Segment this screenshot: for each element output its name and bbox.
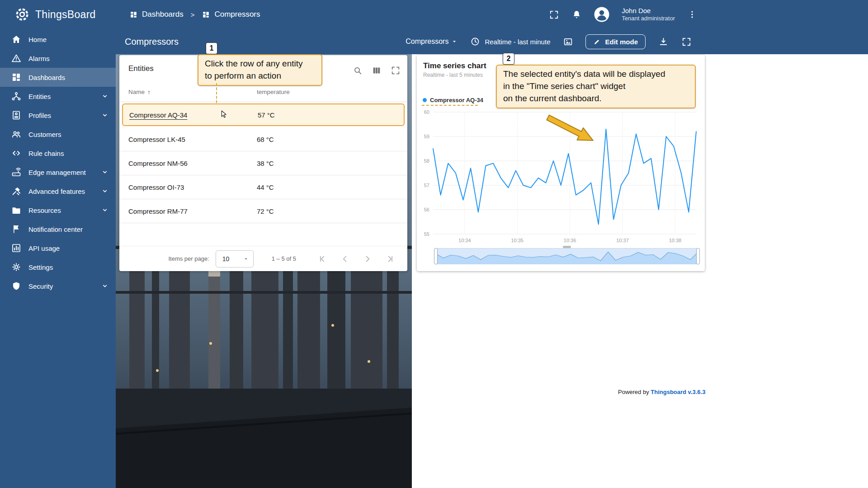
fullscreen-icon — [548, 9, 559, 20]
range-handle-left[interactable] — [434, 248, 438, 264]
column-header-temperature[interactable]: temperature — [257, 89, 398, 95]
svg-text:10:34: 10:34 — [458, 238, 471, 243]
header-actions: John Doe Tenant administrator — [548, 0, 698, 29]
svg-text:10:36: 10:36 — [564, 238, 576, 243]
sidebar-item-label: Customers — [28, 131, 109, 138]
powered-by-text: Powered by — [618, 389, 649, 395]
timewindow-selector[interactable]: Realtime - last minute — [470, 36, 550, 47]
thingsboard-version-link[interactable]: Thingsboard v.3.6.3 — [651, 389, 705, 395]
sidebar-item-label: Advanced features — [28, 188, 94, 195]
home-icon — [11, 34, 22, 45]
entities-expand-button[interactable] — [390, 65, 401, 76]
sidebar-item-label: Edge management — [28, 169, 94, 176]
sidebar-item-rule-chains[interactable]: Rule chains — [0, 144, 116, 163]
sort-asc-icon: ↑ — [147, 89, 151, 96]
entities-columns-button[interactable] — [371, 65, 382, 76]
dashboard-state-selector[interactable]: Compressors — [406, 38, 458, 46]
sidebar-item-customers[interactable]: Customers — [0, 125, 116, 144]
svg-text:10:38: 10:38 — [669, 238, 682, 243]
temperature-cell: 72 °C — [257, 207, 398, 215]
sidebar-item-resources[interactable]: Resources — [0, 201, 116, 220]
breadcrumb-separator: > — [191, 11, 195, 19]
entities-widget-actions — [352, 65, 401, 76]
callout-line: The selected entity's data will be displ… — [503, 68, 689, 80]
step-2-badge: 2 — [503, 53, 514, 65]
dashboard-toolbar: Compressors Compressors Realtime - last … — [116, 29, 868, 54]
sidebar-item-api-usage[interactable]: API usage — [0, 239, 116, 258]
chevron-down-icon — [100, 206, 109, 215]
sidebar-item-edge-management[interactable]: Edge management — [0, 163, 116, 182]
breadcrumb-dashboards[interactable]: Dashboards — [129, 10, 184, 19]
svg-text:60: 60 — [424, 110, 429, 115]
kebab-menu-icon — [687, 9, 698, 20]
entity-name-cell: Compressor LK-45 — [128, 136, 257, 143]
sidebar-item-dashboards[interactable]: Dashboards — [0, 68, 116, 87]
chevron-left-icon — [340, 253, 350, 264]
notifications-button[interactable] — [571, 9, 582, 20]
edit-mode-button[interactable]: Edit mode — [585, 34, 646, 49]
chart-legend[interactable]: Compressor AQ-34 — [423, 97, 483, 103]
sidebar-item-notification-center[interactable]: Notification center — [0, 220, 116, 239]
step-1-badge: 1 — [206, 42, 217, 54]
sidebar-item-security[interactable]: Security — [0, 277, 116, 296]
range-handle-right[interactable] — [696, 248, 700, 264]
table-row-compressor-nm-56[interactable]: Compressor NM-56 38 °C — [119, 151, 407, 175]
rule-chain-icon — [11, 148, 22, 159]
sidebar-item-entities[interactable]: Entities — [0, 87, 116, 106]
chart-range-scrollbar[interactable] — [435, 248, 698, 264]
first-page-button[interactable] — [317, 253, 328, 264]
state-selector-label: Compressors — [406, 38, 448, 46]
entities-hub-icon — [11, 91, 22, 102]
table-row-compressor-aq-34[interactable]: Compressor AQ-34 57 °C — [122, 103, 405, 126]
sidebar-item-settings[interactable]: Settings — [0, 258, 116, 277]
svg-text:10:35: 10:35 — [511, 238, 524, 243]
timewindow-label: Realtime - last minute — [485, 38, 550, 46]
chevron-down-icon — [100, 168, 109, 177]
table-row-compressor-oi-73[interactable]: Compressor OI-73 44 °C — [119, 175, 407, 199]
column-header-name[interactable]: Name ↑ — [128, 89, 257, 96]
items-per-page-select[interactable]: 10 — [216, 250, 254, 267]
minimap-area-chart — [436, 249, 698, 264]
sidebar-item-profiles[interactable]: Profiles — [0, 106, 116, 125]
search-icon — [352, 65, 363, 76]
chevron-down-icon — [100, 187, 109, 196]
step-1-callout: Click the row of any entity to perform a… — [198, 54, 322, 86]
gear-icon — [11, 262, 22, 272]
download-button[interactable] — [658, 36, 669, 47]
svg-text:56: 56 — [424, 207, 429, 212]
sidebar-item-label: Resources — [28, 206, 94, 214]
sidebar-item-label: Entities — [28, 93, 94, 100]
sidebar-item-alarms[interactable]: Alarms — [0, 49, 116, 68]
dashboards-grid-icon — [202, 10, 210, 19]
user-role: Tenant administrator — [622, 15, 675, 22]
svg-text:57: 57 — [424, 183, 429, 188]
shield-icon — [11, 281, 22, 291]
next-page-button[interactable] — [362, 253, 373, 264]
legend-highlight-dashed-underline — [422, 105, 478, 106]
toolbar-fullscreen-button[interactable] — [681, 36, 692, 47]
sidebar-item-home[interactable]: Home — [0, 30, 116, 49]
router-icon — [11, 167, 22, 178]
thingsboard-app: ThingsBoard Dashboards > Compressors — [0, 0, 868, 488]
sidebar: Home Alarms Dashboards Entities Profiles… — [0, 29, 116, 488]
pager-buttons — [317, 253, 396, 264]
prev-page-button[interactable] — [340, 253, 350, 264]
fullscreen-button[interactable] — [548, 9, 559, 20]
sidebar-item-label: Home — [28, 36, 109, 43]
user-info[interactable]: John Doe Tenant administrator — [622, 7, 675, 23]
dashboard-image-button[interactable] — [562, 36, 573, 47]
header-menu-button[interactable] — [687, 9, 698, 20]
image-icon — [562, 36, 573, 47]
temperature-cell: 38 °C — [257, 160, 398, 167]
table-row-compressor-rm-77[interactable]: Compressor RM-77 72 °C — [119, 199, 407, 223]
last-page-button[interactable] — [385, 253, 396, 264]
range-grip[interactable] — [563, 246, 571, 248]
table-row-compressor-lk-45[interactable]: Compressor LK-45 68 °C — [119, 127, 407, 151]
chevron-right-icon — [362, 253, 373, 264]
entities-search-button[interactable] — [352, 65, 363, 76]
user-avatar[interactable] — [594, 6, 610, 23]
thingsboard-logo[interactable]: ThingsBoard — [0, 6, 116, 23]
sidebar-item-advanced-features[interactable]: Advanced features — [0, 182, 116, 201]
breadcrumb-compressors[interactable]: Compressors — [202, 10, 260, 19]
clock-icon — [470, 36, 481, 47]
